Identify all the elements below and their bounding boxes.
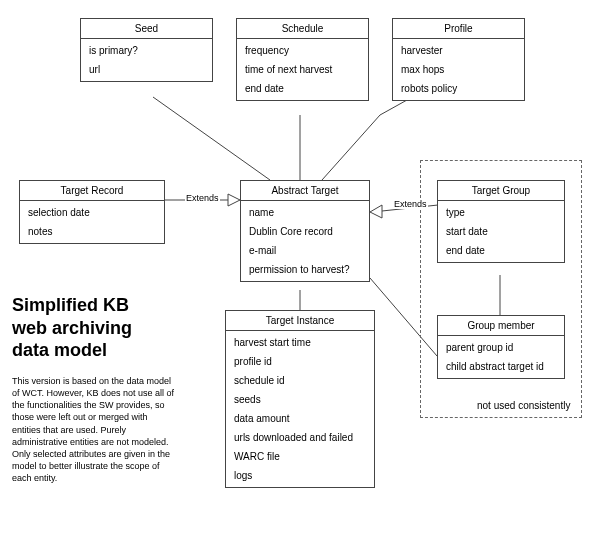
entity-target-record: Target Record selection date notes [19, 180, 165, 244]
entity-attr: child abstract target id [438, 357, 564, 376]
entity-attr: seeds [226, 390, 374, 409]
entity-title: Seed [81, 19, 212, 39]
entity-attr: end date [438, 241, 564, 260]
entity-attr: permission to harvest? [241, 260, 369, 279]
entity-attrs: selection date notes [20, 201, 164, 243]
entity-title: Schedule [237, 19, 368, 39]
entity-attr: notes [20, 222, 164, 241]
entity-attr: urls downloaded and failed [226, 428, 374, 447]
dash-label: not used consistently [477, 400, 570, 411]
entity-attr: data amount [226, 409, 374, 428]
entity-attr: end date [237, 79, 368, 98]
entity-schedule: Schedule frequency time of next harvest … [236, 18, 369, 101]
edge-label-extends-left: Extends [185, 193, 220, 203]
entity-attr: harvest start time [226, 333, 374, 352]
headline-line: data model [12, 339, 132, 362]
entity-attrs: type start date end date [438, 201, 564, 262]
entity-group-member: Group member parent group id child abstr… [437, 315, 565, 379]
entity-attr: profile id [226, 352, 374, 371]
entity-attr: max hops [393, 60, 524, 79]
svg-marker-5 [370, 205, 382, 218]
entity-title: Target Record [20, 181, 164, 201]
entity-target-instance: Target Instance harvest start time profi… [225, 310, 375, 488]
svg-line-0 [153, 97, 270, 180]
entity-attr: name [241, 203, 369, 222]
entity-attr: Dublin Core record [241, 222, 369, 241]
entity-attr: e-mail [241, 241, 369, 260]
entity-attr: frequency [237, 41, 368, 60]
entity-title: Profile [393, 19, 524, 39]
entity-attr: url [81, 60, 212, 79]
entity-attr: schedule id [226, 371, 374, 390]
entity-title: Target Instance [226, 311, 374, 331]
entity-attr: start date [438, 222, 564, 241]
entity-attr: parent group id [438, 338, 564, 357]
headline-line: web archiving [12, 317, 132, 340]
entity-attrs: name Dublin Core record e-mail permissio… [241, 201, 369, 281]
entity-attr: type [438, 203, 564, 222]
entity-attr: selection date [20, 203, 164, 222]
entity-attrs: is primary? url [81, 39, 212, 81]
entity-title: Target Group [438, 181, 564, 201]
entity-target-group: Target Group type start date end date [437, 180, 565, 263]
entity-attrs: frequency time of next harvest end date [237, 39, 368, 100]
entity-abstract-target: Abstract Target name Dublin Core record … [240, 180, 370, 282]
entity-attr: is primary? [81, 41, 212, 60]
entity-attrs: harvest start time profile id schedule i… [226, 331, 374, 487]
entity-attr: harvester [393, 41, 524, 60]
diagram-blurb: This version is based on the data model … [12, 375, 177, 484]
headline-line: Simplified KB [12, 294, 132, 317]
entity-attrs: parent group id child abstract target id [438, 336, 564, 378]
diagram-headline: Simplified KB web archiving data model [12, 294, 132, 362]
entity-attr: robots policy [393, 79, 524, 98]
entity-attr: WARC file [226, 447, 374, 466]
entity-seed: Seed is primary? url [80, 18, 213, 82]
entity-profile: Profile harvester max hops robots policy [392, 18, 525, 101]
entity-title: Group member [438, 316, 564, 336]
entity-attr: logs [226, 466, 374, 485]
entity-title: Abstract Target [241, 181, 369, 201]
edge-label-extends-right: Extends [393, 199, 428, 209]
entity-attrs: harvester max hops robots policy [393, 39, 524, 100]
entity-attr: time of next harvest [237, 60, 368, 79]
svg-marker-3 [228, 194, 240, 206]
